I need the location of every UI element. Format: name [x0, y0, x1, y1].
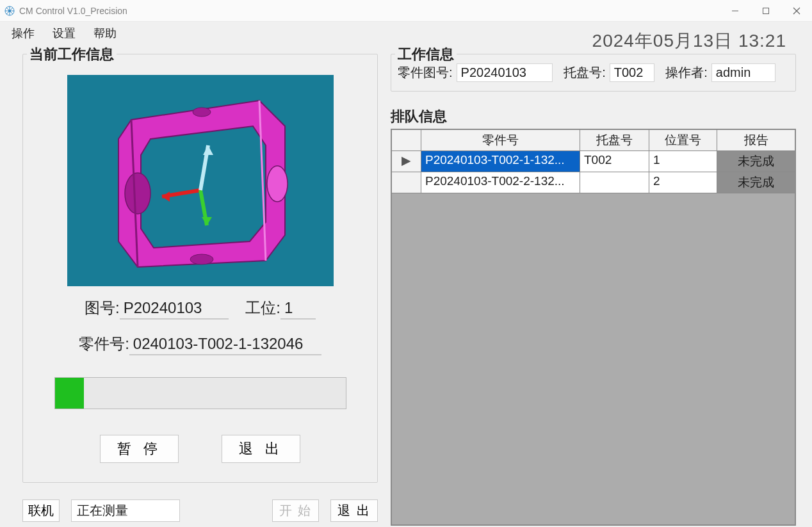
cell-pos: 2: [649, 172, 717, 193]
work-info-panel: 工作信息 零件图号: P20240103 托盘号: T002 操作者: admi…: [391, 54, 796, 92]
grid-header-part[interactable]: 零件号: [421, 130, 580, 151]
drawing-station-row: 图号:P20240103 工位:1: [31, 298, 369, 320]
current-work-legend: 当前工作信息: [27, 45, 117, 64]
drawing-no-value: P20240103: [120, 298, 229, 320]
progress-fill: [55, 378, 84, 409]
operator-input[interactable]: admin: [711, 63, 775, 82]
cell-tray: [580, 172, 649, 193]
row-marker-icon: [392, 172, 421, 193]
cell-part: P20240103-T002-2-132...: [421, 172, 580, 193]
app-icon: [4, 5, 15, 17]
start-button[interactable]: 开 始: [272, 499, 320, 522]
part-no-label: 零件号:: [79, 335, 129, 352]
cell-tray: T002: [580, 151, 649, 172]
table-row[interactable]: ▶P20240103-T002-1-132...T0021未完成: [392, 151, 795, 172]
menu-operation[interactable]: 操作: [9, 24, 37, 42]
row-marker-icon: ▶: [392, 151, 421, 172]
menu-settings[interactable]: 设置: [50, 24, 78, 42]
svg-rect-7: [763, 8, 769, 14]
part-drawing-label: 零件图号:: [398, 64, 453, 81]
station-value: 1: [280, 298, 316, 320]
station-label: 工位:: [245, 299, 280, 316]
bottom-exit-button[interactable]: 退 出: [330, 499, 378, 522]
grid-header: 零件号 托盘号 位置号 报告: [392, 130, 795, 151]
part-3d-viewport[interactable]: [67, 75, 334, 286]
tray-input[interactable]: T002: [610, 63, 654, 82]
cell-part: P20240103-T002-1-132...: [421, 151, 580, 172]
grid-header-marker: [392, 130, 421, 151]
connect-button[interactable]: 联机: [22, 499, 60, 522]
current-work-panel: 当前工作信息: [22, 54, 378, 483]
exit-button[interactable]: 退 出: [222, 435, 300, 463]
table-row[interactable]: P20240103-T002-2-132...2未完成: [392, 172, 795, 193]
cell-pos: 1: [649, 151, 717, 172]
pause-button[interactable]: 暂 停: [100, 435, 178, 463]
svg-point-14: [190, 254, 213, 264]
window-titlebar: CM Control V1.0_Precision: [0, 0, 812, 22]
tray-label: 托盘号:: [564, 64, 606, 81]
queue-legend: 排队信息: [391, 107, 796, 126]
part-no-value: 0240103-T002-1-132046: [129, 334, 321, 355]
drawing-no-label: 图号:: [85, 299, 120, 316]
part-drawing-input[interactable]: P20240103: [457, 63, 553, 82]
menu-help[interactable]: 帮助: [91, 24, 119, 42]
window-minimize-button[interactable]: [720, 0, 751, 22]
window-title: CM Control V1.0_Precision: [19, 6, 127, 16]
cell-report: 未完成: [717, 172, 795, 193]
window-maximize-button[interactable]: [751, 0, 781, 22]
bottom-bar: 联机 正在测量 开 始 退 出: [22, 499, 378, 522]
svg-point-13: [193, 108, 211, 117]
grid-header-report[interactable]: 报告: [717, 130, 795, 151]
window-close-button[interactable]: [781, 0, 812, 22]
cell-report: 未完成: [717, 151, 795, 172]
progress-bar: [54, 377, 346, 409]
svg-point-11: [125, 173, 150, 214]
part-no-row: 零件号:0240103-T002-1-132046: [31, 334, 369, 355]
grid-header-tray[interactable]: 托盘号: [580, 130, 649, 151]
grid-header-pos[interactable]: 位置号: [649, 130, 717, 151]
queue-grid[interactable]: 零件号 托盘号 位置号 报告 ▶P20240103-T002-1-132...T…: [391, 129, 796, 526]
operator-label: 操作者:: [665, 64, 708, 81]
svg-point-12: [267, 166, 288, 202]
work-info-legend: 工作信息: [395, 45, 457, 64]
status-text: 正在测量: [71, 499, 180, 522]
